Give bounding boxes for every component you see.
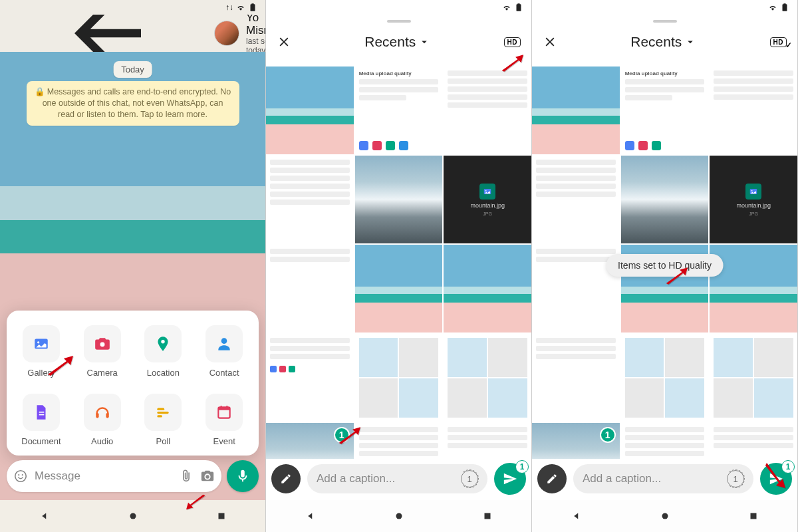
thumb[interactable] <box>710 66 797 154</box>
thumb[interactable] <box>532 334 620 422</box>
pencil-icon <box>280 473 292 485</box>
attach-gallery[interactable]: Gallery <box>11 325 72 378</box>
thumb[interactable]: Media upload quality <box>355 66 443 154</box>
nav-home-icon[interactable] <box>659 510 671 522</box>
attach-poll[interactable]: Poll <box>133 394 194 446</box>
panel-picker: Recents HD Media upload quality <box>266 0 532 532</box>
wifi-icon <box>768 3 777 12</box>
nav-home-icon[interactable] <box>127 510 139 522</box>
battery-icon <box>248 3 257 12</box>
pencil-icon <box>546 473 558 485</box>
thumb[interactable] <box>266 245 354 332</box>
picker-title[interactable]: Recents <box>291 34 504 50</box>
attach-camera[interactable]: Camera <box>72 325 133 378</box>
battery-icon <box>514 3 523 12</box>
nav-back-icon[interactable] <box>571 510 583 522</box>
thumb[interactable]: Media upload quality <box>621 66 709 154</box>
avatar[interactable] <box>214 21 239 46</box>
mic-icon <box>235 469 250 483</box>
thumb[interactable] <box>710 245 797 332</box>
thumb[interactable] <box>621 334 709 422</box>
thumb-selected[interactable]: 1 <box>532 423 620 459</box>
clip-icon[interactable] <box>179 469 194 483</box>
attach-audio[interactable]: Audio <box>72 394 133 446</box>
nav-recent-icon[interactable] <box>481 510 493 522</box>
thumb[interactable] <box>266 66 354 154</box>
close-icon[interactable] <box>277 35 291 49</box>
thumb[interactable]: mountain.jpg JPG <box>444 156 531 243</box>
message-placeholder: Message <box>35 469 172 483</box>
attach-location-label: Location <box>147 368 180 378</box>
status-bar: ↑↓ <box>0 0 265 15</box>
file-icon <box>479 184 495 200</box>
message-input[interactable]: Message <box>7 460 221 492</box>
gallery-icon <box>33 335 50 352</box>
nav-back-icon[interactable] <box>305 510 317 522</box>
thumb[interactable] <box>532 156 620 243</box>
thumb[interactable] <box>710 334 797 422</box>
message-input-row: Message <box>7 460 259 492</box>
thumb[interactable]: mountain.jpg JPG <box>710 156 797 243</box>
date-chip: Today <box>113 61 152 78</box>
attach-contact[interactable]: Contact <box>194 325 255 378</box>
thumb[interactable] <box>444 334 531 422</box>
edit-button[interactable] <box>271 464 301 493</box>
caption-input[interactable]: Add a caption... 1 <box>573 464 753 493</box>
thumb[interactable] <box>444 423 531 459</box>
hd-toggle[interactable]: HD <box>504 37 521 47</box>
thumb[interactable] <box>355 245 443 332</box>
send-count: 1 <box>515 460 529 473</box>
caption-row: Add a caption... 1 1 <box>271 463 526 495</box>
send-button[interactable]: 1 <box>494 463 526 495</box>
attach-event[interactable]: Event <box>194 394 255 446</box>
camera-input-icon[interactable] <box>200 469 215 483</box>
android-nav <box>266 500 531 532</box>
chevron-down-icon <box>684 36 696 48</box>
thumb[interactable] <box>444 245 531 332</box>
panel-chat: ↑↓ Yo Mismo last seen today Today 🔒Messa… <box>0 0 266 532</box>
thumb-selected[interactable]: 1 <box>266 423 354 459</box>
picker-title[interactable]: Recents <box>557 34 770 50</box>
picker-header: Recents HD <box>266 25 531 59</box>
sheet-handle[interactable] <box>387 20 411 23</box>
nav-recent-icon[interactable] <box>747 510 759 522</box>
panel-picker-hd: Recents HD Media upload quality mountain… <box>532 0 798 532</box>
thumb[interactable] <box>355 423 443 459</box>
mic-button[interactable] <box>227 460 259 492</box>
thumb[interactable] <box>355 156 443 243</box>
encryption-notice[interactable]: 🔒Messages and calls are end-to-end encry… <box>27 81 239 126</box>
attach-gallery-label: Gallery <box>27 368 55 378</box>
contact-icon <box>215 335 233 352</box>
thumb[interactable] <box>621 156 709 243</box>
nav-recent-icon[interactable] <box>215 510 227 522</box>
hd-toggle-active[interactable]: HD <box>770 37 787 47</box>
attach-location[interactable]: Location <box>133 325 194 378</box>
caption-placeholder: Add a caption... <box>583 472 720 485</box>
nav-back-icon[interactable] <box>39 510 51 522</box>
wifi-icon <box>236 3 245 12</box>
edit-button[interactable] <box>537 464 567 493</box>
thumb[interactable] <box>444 66 531 154</box>
sheet-handle[interactable] <box>653 20 677 23</box>
caption-row: Add a caption... 1 1 <box>537 463 792 495</box>
thumb[interactable] <box>710 423 797 459</box>
thumb-filename: mountain.jpg <box>736 202 771 209</box>
poll-icon <box>154 404 172 421</box>
thumb[interactable] <box>532 245 620 332</box>
chat-title-block[interactable]: Yo Mismo last seen today <box>246 11 266 56</box>
sticker-icon[interactable] <box>13 469 28 483</box>
close-icon[interactable] <box>543 35 557 49</box>
view-once-icon[interactable]: 1 <box>461 470 478 487</box>
thumb[interactable] <box>532 66 620 154</box>
status-bar <box>266 0 531 15</box>
send-button[interactable]: 1 <box>760 463 792 495</box>
caption-input[interactable]: Add a caption... 1 <box>307 464 487 493</box>
nav-home-icon[interactable] <box>393 510 405 522</box>
attach-document[interactable]: Document <box>11 394 72 446</box>
view-once-icon[interactable]: 1 <box>727 470 744 487</box>
thumb[interactable] <box>266 334 354 422</box>
thumb[interactable] <box>266 156 354 243</box>
thumb[interactable] <box>355 334 443 422</box>
file-icon <box>745 184 761 200</box>
thumb[interactable] <box>621 423 709 459</box>
